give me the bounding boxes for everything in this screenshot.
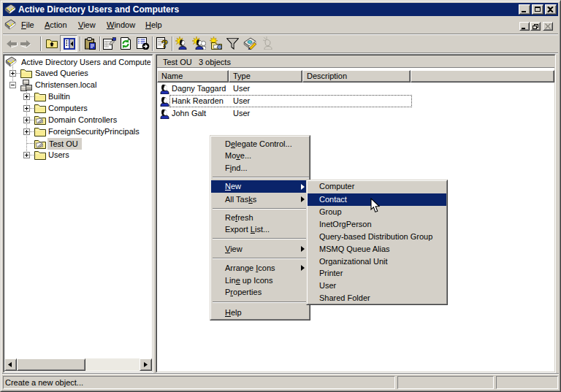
svg-text:?: ?	[161, 37, 168, 50]
